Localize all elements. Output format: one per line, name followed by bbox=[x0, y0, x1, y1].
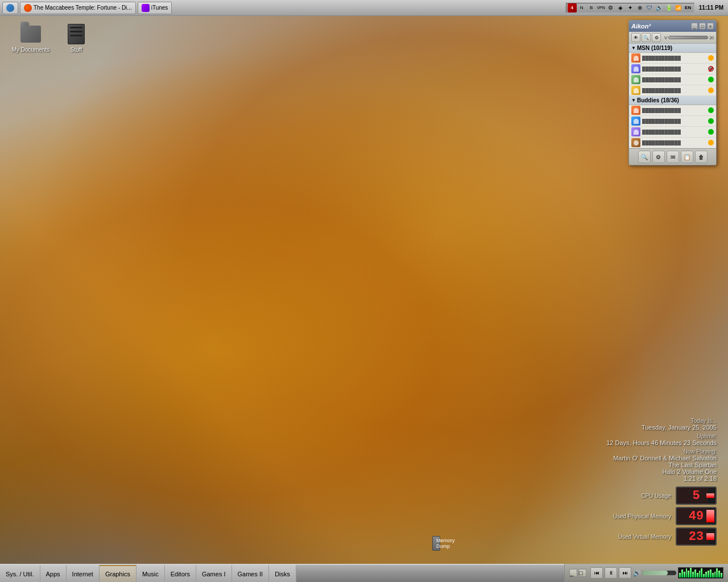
now-playing-label: Now Playing: bbox=[592, 448, 717, 455]
aikon-buddy-4[interactable]: ████████████ bbox=[629, 138, 716, 148]
buddy1-avatar bbox=[631, 106, 640, 115]
browser-taskbar-btn[interactable]: The Maccabees Temple: Fortune - Di... bbox=[20, 2, 136, 14]
aikon-buddy-3[interactable]: ████████████ bbox=[629, 127, 716, 138]
tray-icon-volume[interactable]: 🔊 bbox=[655, 3, 664, 13]
buddy3-status bbox=[708, 129, 714, 135]
start-icon bbox=[6, 4, 14, 12]
bottom-taskbar: Sys. / Util. Apps Internet Graphics Musi… bbox=[0, 564, 728, 582]
uptime-section: Uptime: 12 Days, Hours 46 Minutes 23 Sec… bbox=[592, 433, 717, 446]
itunes-icon bbox=[142, 4, 150, 12]
tray-icon-misc2[interactable]: ◈ bbox=[616, 3, 625, 13]
contact1-avatar bbox=[631, 53, 640, 63]
aikon-maximize-btn[interactable]: □ bbox=[699, 23, 706, 30]
aikon-volume-slider[interactable] bbox=[668, 36, 708, 39]
buddies-collapse-icon: ▼ bbox=[631, 98, 636, 103]
aikon-minimize-btn[interactable]: _ bbox=[691, 23, 698, 30]
aikon-buddy-1[interactable]: ████████████ bbox=[629, 105, 716, 116]
tray-icon-bt[interactable]: B bbox=[587, 3, 596, 13]
tab-internet[interactable]: Internet bbox=[67, 565, 100, 582]
aikon-settings-btn[interactable]: ⚙ bbox=[652, 33, 661, 42]
track-name: The Last Spartan bbox=[592, 462, 717, 468]
aikon-close-btn[interactable]: × bbox=[707, 23, 714, 30]
cpu-lcd: 5 bbox=[676, 487, 717, 505]
tab-sys-util[interactable]: Sys. / Util. bbox=[0, 565, 40, 582]
tab-editors[interactable]: Editors bbox=[165, 565, 196, 582]
physical-memory-value: 49 bbox=[689, 509, 704, 523]
media-minimize-btn[interactable]: _ bbox=[569, 569, 577, 577]
tray-icon-av[interactable]: 4 bbox=[568, 3, 577, 13]
media-player: _ □ ⏮ ⏸ ⏭ 🔊 bbox=[564, 564, 728, 582]
media-expand-btn[interactable]: □ bbox=[578, 569, 586, 577]
aikon-delete-btn[interactable]: 🗑 bbox=[695, 151, 708, 163]
media-next-btn[interactable]: ⏭ bbox=[619, 567, 631, 579]
desktop: The Maccabees Temple: Fortune - Di... iT… bbox=[0, 0, 728, 582]
tray-icon-battery[interactable]: 🔋 bbox=[664, 3, 673, 13]
contact3-name: ████████████ bbox=[642, 77, 706, 82]
aikon-add-contact-btn[interactable]: 🔍 bbox=[638, 151, 651, 163]
buddy3-avatar bbox=[631, 127, 640, 136]
aikon-search-btn[interactable]: 🔍 bbox=[642, 33, 651, 42]
tray-icon-misc1[interactable]: ⚙ bbox=[606, 3, 615, 13]
aikon-contact-1[interactable]: ████████████ bbox=[629, 53, 716, 64]
aikon-contact-list: ▼ MSN (10/119) ████████████ ████████████ bbox=[629, 44, 716, 148]
uptime-label: Uptime: bbox=[592, 433, 717, 439]
eq-bar bbox=[716, 568, 718, 577]
aikon-message-btn[interactable]: ✉ bbox=[667, 151, 679, 163]
eq-bar bbox=[686, 568, 688, 577]
aikon-msn-section[interactable]: ▼ MSN (10/119) bbox=[629, 44, 716, 53]
itunes-taskbar-btn[interactable]: iTunes bbox=[138, 2, 172, 14]
media-prev-btn[interactable]: ⏮ bbox=[590, 567, 603, 579]
contact4-status bbox=[708, 88, 714, 93]
aikon-panel: Aikon² _ □ × 👁 🔍 ⚙ V 20 ▼ bbox=[628, 20, 717, 165]
buddy2-name: ████████████ bbox=[642, 119, 706, 124]
aikon-window-controls: _ □ × bbox=[691, 23, 714, 30]
contact1-status bbox=[708, 55, 714, 61]
buddy1-status bbox=[708, 107, 714, 113]
volume-control: 🔊 bbox=[633, 569, 676, 577]
date-value: Tuesday, January 25, 2005 bbox=[592, 424, 717, 431]
stuff-label: Stuff bbox=[71, 47, 82, 53]
tab-games2[interactable]: Games II bbox=[232, 565, 270, 582]
volume-slider[interactable] bbox=[642, 571, 676, 575]
now-playing-section: Now Playing: Martin O' Donnell & Michael… bbox=[592, 448, 717, 482]
tray-icon-network[interactable]: N bbox=[577, 3, 586, 13]
desktop-icon-my-documents[interactable]: My Documents bbox=[10, 23, 51, 53]
desktop-icon-stuff[interactable]: Stuff bbox=[56, 23, 97, 53]
tab-disks[interactable]: Disks bbox=[269, 565, 296, 582]
start-menu-btn[interactable] bbox=[2, 2, 18, 14]
contact3-avatar bbox=[631, 75, 640, 84]
tray-icons-group: 4 N B VPN ⚙ ◈ ✦ ⊕ 🛡 🔊 🔋 📶 EN bbox=[566, 3, 694, 13]
eq-bar bbox=[681, 569, 683, 577]
memory-dump-btn[interactable]: Memory Dump bbox=[432, 536, 440, 551]
aikon-contact-4[interactable]: ████████████ bbox=[629, 85, 716, 96]
my-documents-icon bbox=[19, 23, 42, 45]
eq-bar bbox=[708, 571, 709, 577]
tab-music[interactable]: Music bbox=[136, 565, 165, 582]
volume-icon: 🔊 bbox=[633, 569, 641, 577]
aikon-contact-2[interactable]: ████████████ bbox=[629, 64, 716, 74]
aikon-buddies-section[interactable]: ▼ Buddies (18/36) bbox=[629, 96, 716, 105]
contact1-name: ████████████ bbox=[642, 56, 706, 61]
eq-bar bbox=[697, 573, 698, 577]
cpu-label: CPU Usage bbox=[641, 493, 671, 499]
aikon-settings-bottom-btn[interactable]: ⚙ bbox=[652, 151, 665, 163]
tab-apps[interactable]: Apps bbox=[40, 565, 67, 582]
tray-icon-network2[interactable]: 📶 bbox=[674, 3, 683, 13]
tray-icon-misc4[interactable]: ⊕ bbox=[635, 3, 644, 13]
taskbar-apps: The Maccabees Temple: Fortune - Di... iT… bbox=[0, 2, 566, 14]
tab-games1[interactable]: Games I bbox=[196, 565, 232, 582]
tray-icon-misc3[interactable]: ✦ bbox=[626, 3, 635, 13]
aikon-list-btn[interactable]: 📋 bbox=[681, 151, 693, 163]
physical-memory-stat-row: Used Physical Memory 49 bbox=[592, 507, 717, 525]
tray-icon-lang[interactable]: EN bbox=[684, 3, 693, 13]
aikon-buddy-2[interactable]: ████████████ bbox=[629, 116, 716, 127]
tray-icon-vpn[interactable]: VPN bbox=[597, 3, 606, 13]
tray-icon-shield[interactable]: 🛡 bbox=[645, 3, 654, 13]
media-play-btn[interactable]: ⏸ bbox=[605, 567, 617, 579]
virtual-memory-lcd: 23 bbox=[676, 527, 717, 546]
aikon-eye-btn[interactable]: 👁 bbox=[631, 33, 640, 42]
eq-bar bbox=[712, 573, 714, 577]
artist-name: Martin O' Donnell & Michael Salvatori bbox=[592, 455, 717, 462]
tab-graphics[interactable]: Graphics bbox=[100, 565, 136, 582]
aikon-contact-3[interactable]: ████████████ bbox=[629, 74, 716, 85]
